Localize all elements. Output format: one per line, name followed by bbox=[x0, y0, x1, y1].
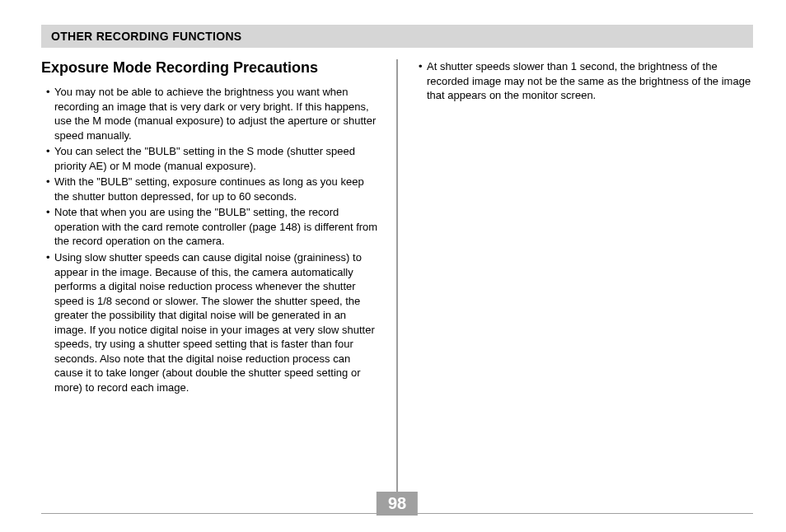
left-column: Exposure Mode Recording Precautions You … bbox=[41, 59, 397, 496]
list-item: Note that when you are using the "BULB" … bbox=[46, 205, 381, 249]
content-area: Exposure Mode Recording Precautions You … bbox=[41, 59, 753, 496]
list-item: At shutter speeds slower than 1 second, … bbox=[419, 59, 753, 103]
section-header-text: OTHER RECORDING FUNCTIONS bbox=[51, 30, 242, 43]
right-bullet-list: At shutter speeds slower than 1 second, … bbox=[414, 59, 753, 103]
list-item: With the "BULB" setting, exposure contin… bbox=[46, 175, 381, 203]
list-item: Using slow shutter speeds can cause digi… bbox=[46, 250, 381, 394]
left-bullet-list: You may not be able to achieve the brigh… bbox=[41, 85, 381, 394]
page-number: 98 bbox=[388, 494, 406, 512]
page-heading: Exposure Mode Recording Precautions bbox=[41, 59, 381, 77]
right-column: At shutter speeds slower than 1 second, … bbox=[397, 59, 753, 496]
list-item: You can select the "BULB" setting in the… bbox=[46, 144, 381, 173]
list-item: You may not be able to achieve the brigh… bbox=[46, 85, 381, 142]
column-divider bbox=[396, 59, 398, 496]
section-header-bar: OTHER RECORDING FUNCTIONS bbox=[41, 25, 753, 48]
page-number-badge: 98 bbox=[377, 492, 418, 516]
